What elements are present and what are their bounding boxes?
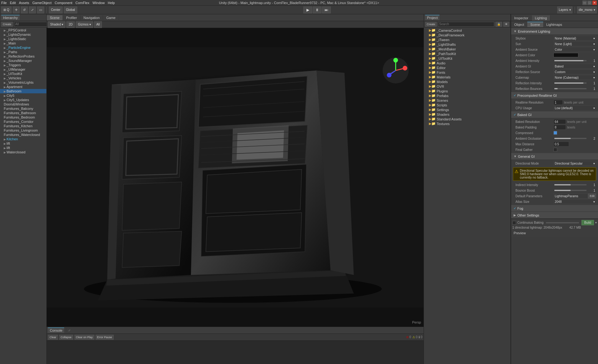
list-item[interactable]: ▶_Paths xyxy=(0,50,46,54)
maximize-icon[interactable]: ⤢ xyxy=(68,329,71,332)
project-lock-button[interactable]: 🔒 xyxy=(496,22,502,27)
max-distance-input[interactable]: 0.5 xyxy=(553,142,569,147)
bounce-boost-slider[interactable]: 1 xyxy=(553,188,596,193)
list-item[interactable]: ▶📁Scripts xyxy=(424,103,510,107)
realtime-resolution-value[interactable]: 1 xyxy=(553,100,563,105)
list-item[interactable]: ▶📁Audio xyxy=(424,61,510,65)
precomputed-gi-header[interactable]: ✓ Precomputed Realtime GI xyxy=(511,92,598,99)
gizmos-button[interactable]: Gizmos ▾ xyxy=(76,21,93,28)
layout-dropdown[interactable]: dle_mono ▾ xyxy=(577,7,597,13)
tab-navigation[interactable]: Navigation xyxy=(80,15,103,20)
final-gather-checkbox[interactable] xyxy=(553,148,557,152)
pause-button[interactable]: ⏸ xyxy=(313,7,321,13)
reflection-source-dropdown[interactable]: Custom ▾ xyxy=(553,69,596,74)
list-item[interactable]: ▶Waterclosed xyxy=(0,150,46,154)
mode-2d-button[interactable]: 2D xyxy=(66,21,75,28)
center-button[interactable]: Center xyxy=(49,7,63,13)
list-item[interactable]: ▶_FPSControl xyxy=(0,28,46,32)
ambient-intensity-slider[interactable]: 1 xyxy=(553,58,596,63)
list-item[interactable]: ▶_Main xyxy=(0,41,46,45)
project-tab[interactable]: Project xyxy=(425,15,439,20)
list-item[interactable]: ▶City5 xyxy=(0,93,46,98)
list-item[interactable]: ▶📁Plugins xyxy=(424,89,510,93)
menu-window[interactable]: Window xyxy=(93,1,105,5)
list-item[interactable]: ▶📁Settings xyxy=(424,107,510,112)
layers-dropdown[interactable]: Layers ▾ xyxy=(557,7,572,13)
move-button[interactable]: ✛ xyxy=(13,7,20,13)
menu-help[interactable]: Help xyxy=(108,1,115,5)
menu-file[interactable]: File xyxy=(1,1,7,5)
tab-game[interactable]: Game xyxy=(103,15,119,20)
list-item[interactable]: ▶📁Textures xyxy=(424,121,510,126)
default-parameters-dropdown[interactable]: LightmapParams xyxy=(553,194,588,198)
lighting-tab-lightmaps[interactable]: Lightmaps xyxy=(543,22,565,27)
list-item[interactable]: Furnitures_Bathroom xyxy=(0,111,46,115)
list-item[interactable]: Furnitures_Kitchen xyxy=(0,124,46,128)
reflection-intensity-slider[interactable]: 1 xyxy=(553,81,596,86)
project-eye-button[interactable]: 👁 xyxy=(503,22,509,27)
list-item[interactable]: ▶📁_CameraControl xyxy=(424,28,510,33)
list-item[interactable]: ▶Bathroom xyxy=(0,89,46,93)
menu-assets[interactable]: Assets xyxy=(19,1,29,5)
other-settings-header[interactable]: ▶ Other Settings xyxy=(511,212,598,219)
list-item[interactable]: ▶City5_Updates xyxy=(0,98,46,102)
list-item[interactable]: ▶lift xyxy=(0,146,46,150)
list-item[interactable]: Furnitures_Bedroom xyxy=(0,115,46,119)
hierarchy-tab[interactable]: Hierarchy xyxy=(1,15,20,20)
list-item[interactable]: Furnitures_Balcony xyxy=(0,106,46,111)
rect-button[interactable]: ▭ xyxy=(37,7,44,13)
cpu-usage-dropdown[interactable]: Low (default) ▾ xyxy=(553,105,596,110)
lighting-tab-object[interactable]: Object xyxy=(511,22,527,27)
list-item[interactable]: ▶📁Fonts xyxy=(424,70,510,75)
list-item[interactable]: ▶_Vehicles xyxy=(0,76,46,80)
menu-cornflex[interactable]: CornFlex xyxy=(75,1,89,5)
atlas-size-dropdown[interactable]: 2048 ▾ xyxy=(553,199,596,204)
list-item[interactable]: ▶_LightsDynamic xyxy=(0,32,46,37)
list-item[interactable]: ▶_VolumetricLights xyxy=(0,80,46,85)
skybox-dropdown[interactable]: None (Material) ▾ xyxy=(553,36,596,41)
ambient-occlusion-slider[interactable]: 2 xyxy=(553,136,596,141)
cubemap-dropdown[interactable]: None (Cubemap) ▾ xyxy=(553,75,596,80)
list-item[interactable]: Furnitures_Livingroom xyxy=(0,128,46,133)
ambient-gi-dropdown[interactable]: Baked ▾ xyxy=(553,64,596,69)
list-item[interactable]: ▶📁Scenes xyxy=(424,98,510,103)
continuous-baking-checkbox[interactable] xyxy=(512,221,516,225)
rotate-button[interactable]: ↺ xyxy=(21,7,28,13)
tab-scene[interactable]: Scene xyxy=(47,15,63,20)
directional-mode-dropdown[interactable]: Directional Specular ▾ xyxy=(553,161,596,166)
list-item[interactable]: ▶_SoundManager xyxy=(0,58,46,63)
list-item[interactable]: ▶_LightsStatic xyxy=(0,37,46,41)
global-button[interactable]: Global xyxy=(64,7,77,13)
list-item[interactable]: ▶📁_UIToolKit xyxy=(424,56,510,61)
clear-button[interactable]: Clear xyxy=(48,335,58,340)
shaded-dropdown[interactable]: Shaded ▾ xyxy=(48,21,65,28)
list-item[interactable]: ▶📁OVR xyxy=(424,84,510,89)
play-button[interactable]: ▶ xyxy=(303,7,312,13)
project-search-input[interactable] xyxy=(438,22,494,27)
list-item[interactable]: ▶Apartment xyxy=(0,85,46,89)
list-item[interactable]: ▶Kitchen xyxy=(0,137,46,141)
reflection-bounces-slider[interactable]: 1 xyxy=(553,86,596,91)
ambient-color-swatch[interactable] xyxy=(553,53,578,57)
default-parameters-edit-button[interactable]: Edit xyxy=(588,194,596,198)
error-pause-button[interactable]: Error Pause xyxy=(96,335,114,340)
menu-component[interactable]: Component xyxy=(55,1,72,5)
general-gi-header[interactable]: ▼ General GI xyxy=(511,153,598,160)
list-item[interactable]: ▶📁_LightShafts xyxy=(424,42,510,47)
hierarchy-create-button[interactable]: Create xyxy=(1,22,13,27)
menu-gameobject[interactable]: GameObject xyxy=(32,1,52,5)
menu-edit[interactable]: Edit xyxy=(10,1,16,5)
build-button[interactable]: Build xyxy=(581,220,594,225)
transform-pivot-button[interactable]: ⊞ Q xyxy=(1,7,12,13)
step-button[interactable]: ⏭ xyxy=(322,7,331,13)
minimize-button[interactable]: — xyxy=(582,1,587,5)
scale-button[interactable]: ⤢ xyxy=(29,7,36,13)
list-item[interactable]: ▶📁Models xyxy=(424,79,510,84)
ambient-source-dropdown[interactable]: Color ▾ xyxy=(553,47,596,52)
collapse-button[interactable]: Collapse xyxy=(59,335,73,340)
tab-profiler[interactable]: Profiler xyxy=(63,15,80,20)
viewport[interactable]: Persp xyxy=(47,28,424,327)
baked-gi-header[interactable]: ✓ Baked GI xyxy=(511,111,598,118)
list-item[interactable]: ▶_ReflectionProbes xyxy=(0,54,46,58)
compressed-checkbox[interactable] xyxy=(553,131,557,135)
